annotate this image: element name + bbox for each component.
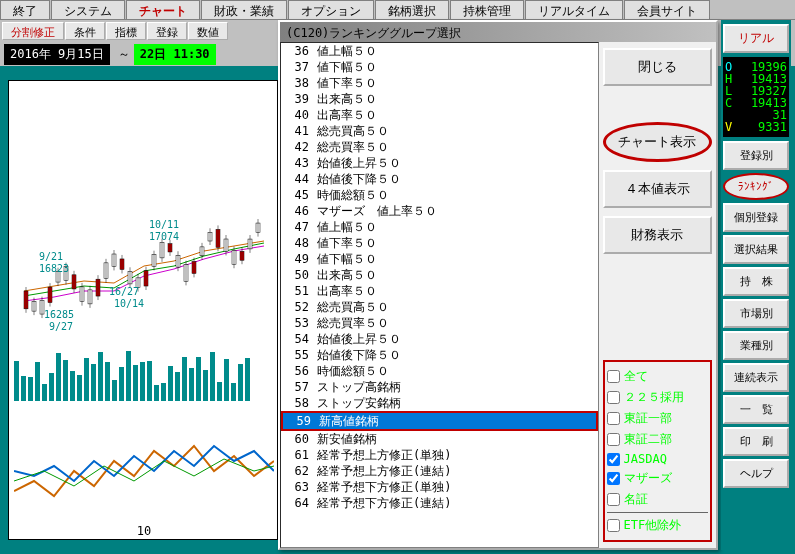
filter-etf[interactable]: ETF他除外 bbox=[607, 512, 708, 536]
list-item-54[interactable]: 54始値後上昇５０ bbox=[281, 331, 598, 347]
list-item-60[interactable]: 60新安値銘柄 bbox=[281, 431, 598, 447]
quote-box: O19396H19413L19327C1941331V9331 bbox=[723, 57, 789, 137]
financial-button[interactable]: 財務表示 bbox=[603, 216, 712, 254]
list-item-57[interactable]: 57ストップ高銘柄 bbox=[281, 379, 598, 395]
chart-label: 17074 bbox=[149, 231, 179, 242]
filter-2[interactable]: 東証一部 bbox=[607, 408, 708, 429]
oscillator-chart: 10 bbox=[14, 421, 274, 521]
chart-display-button[interactable]: チャート表示 bbox=[603, 122, 712, 162]
side-btn-2[interactable]: 個別登録 bbox=[723, 203, 789, 232]
filter-3[interactable]: 東証二部 bbox=[607, 429, 708, 450]
sub-tab-2[interactable]: 指標 bbox=[106, 22, 146, 40]
ranking-list[interactable]: 36値上幅５０37値下幅５０38値下率５０39出来高５０40出高率５０41総売買… bbox=[280, 42, 599, 548]
list-item-64[interactable]: 64経常予想下方修正(連結) bbox=[281, 495, 598, 511]
list-item-47[interactable]: 47値上幅５０ bbox=[281, 219, 598, 235]
top-tab-1[interactable]: システム bbox=[51, 0, 125, 19]
x-axis-label: 10 bbox=[14, 524, 274, 538]
list-item-39[interactable]: 39出来高５０ bbox=[281, 91, 598, 107]
date-from[interactable]: 2016年 9月15日 bbox=[4, 44, 110, 65]
side-btn-4[interactable]: 持 株 bbox=[723, 267, 789, 296]
top-tab-5[interactable]: 銘柄選択 bbox=[375, 0, 449, 19]
side-btn-8[interactable]: 一 覧 bbox=[723, 395, 789, 424]
side-btn-9[interactable]: 印 刷 bbox=[723, 427, 789, 456]
quote-row: V9331 bbox=[725, 121, 787, 133]
filter-0[interactable]: 全て bbox=[607, 366, 708, 387]
side-btn-5[interactable]: 市場別 bbox=[723, 299, 789, 328]
top-tab-2[interactable]: チャート bbox=[126, 0, 200, 19]
list-item-63[interactable]: 63経常予想下方修正(単独) bbox=[281, 479, 598, 495]
list-item-62[interactable]: 62経常予想上方修正(連結) bbox=[281, 463, 598, 479]
side-btn-3[interactable]: 選択結果 bbox=[723, 235, 789, 264]
top-tab-4[interactable]: オプション bbox=[288, 0, 374, 19]
list-item-61[interactable]: 61経常予想上方修正(単独) bbox=[281, 447, 598, 463]
list-item-49[interactable]: 49値下幅５０ bbox=[281, 251, 598, 267]
top-tab-0[interactable]: 終了 bbox=[0, 0, 50, 19]
list-item-45[interactable]: 45時価総額５０ bbox=[281, 187, 598, 203]
top-tab-6[interactable]: 持株管理 bbox=[450, 0, 524, 19]
chart-label: 9/27 bbox=[49, 321, 73, 332]
side-btn-6[interactable]: 業種別 bbox=[723, 331, 789, 360]
chart-label: 16/27 bbox=[109, 286, 139, 297]
sub-tab-4[interactable]: 数値 bbox=[188, 22, 228, 40]
filter-5[interactable]: マザーズ bbox=[607, 468, 708, 489]
list-item-36[interactable]: 36値上幅５０ bbox=[281, 43, 598, 59]
right-panel: リアル O19396H19413L19327C1941331V9331 登録別ﾗ… bbox=[721, 20, 791, 550]
filter-6[interactable]: 名証 bbox=[607, 489, 708, 510]
list-item-48[interactable]: 48値下率５０ bbox=[281, 235, 598, 251]
list-item-38[interactable]: 38値下率５０ bbox=[281, 75, 598, 91]
top-tab-7[interactable]: リアルタイム bbox=[525, 0, 623, 19]
side-btn-10[interactable]: ヘルプ bbox=[723, 459, 789, 488]
list-item-59[interactable]: 59新高値銘柄 bbox=[281, 411, 598, 431]
list-item-42[interactable]: 42総売買率５０ bbox=[281, 139, 598, 155]
list-item-44[interactable]: 44始値後下降５０ bbox=[281, 171, 598, 187]
list-item-55[interactable]: 55始値後下降５０ bbox=[281, 347, 598, 363]
list-item-52[interactable]: 52総売買高５０ bbox=[281, 299, 598, 315]
sub-tab-1[interactable]: 条件 bbox=[65, 22, 105, 40]
tilde: ～ bbox=[118, 46, 130, 63]
chart-panel: 9/211682310/111707416/2710/14162859/27 1… bbox=[8, 80, 278, 540]
volume-chart bbox=[14, 351, 274, 411]
dialog-title: (C120)ランキンググループ選択 bbox=[280, 22, 716, 42]
list-item-40[interactable]: 40出高率５０ bbox=[281, 107, 598, 123]
filter-box: 全て２２５採用東証一部東証二部JASDAQマザーズ名証ETF他除外 bbox=[603, 360, 712, 542]
list-item-58[interactable]: 58ストップ安銘柄 bbox=[281, 395, 598, 411]
chart-label: 16285 bbox=[44, 309, 74, 320]
ranking-dialog: (C120)ランキンググループ選択 36値上幅５０37値下幅５０38値下率５０3… bbox=[278, 20, 718, 550]
top-tab-8[interactable]: 会員サイト bbox=[624, 0, 710, 19]
four-value-button[interactable]: ４本値表示 bbox=[603, 170, 712, 208]
chart-label: 9/21 bbox=[39, 251, 63, 262]
real-button[interactable]: リアル bbox=[723, 24, 789, 53]
sub-tab-3[interactable]: 登録 bbox=[147, 22, 187, 40]
list-item-56[interactable]: 56時価総額５０ bbox=[281, 363, 598, 379]
side-btn-1[interactable]: ﾗﾝｷﾝｸﾞ bbox=[723, 173, 789, 200]
list-item-41[interactable]: 41総売買高５０ bbox=[281, 123, 598, 139]
close-button[interactable]: 閉じる bbox=[603, 48, 712, 86]
filter-4[interactable]: JASDAQ bbox=[607, 450, 708, 468]
list-item-46[interactable]: 46マザーズ 値上率５０ bbox=[281, 203, 598, 219]
top-tab-3[interactable]: 財政・業績 bbox=[201, 0, 287, 19]
chart-label: 10/14 bbox=[114, 298, 144, 309]
sub-tab-0[interactable]: 分割修正 bbox=[2, 22, 64, 40]
chart-label: 10/11 bbox=[149, 219, 179, 230]
candle-chart[interactable]: 9/211682310/111707416/2710/14162859/27 bbox=[14, 91, 274, 341]
date-to[interactable]: 22日 11:30 bbox=[134, 44, 216, 65]
list-item-51[interactable]: 51出高率５０ bbox=[281, 283, 598, 299]
side-btn-7[interactable]: 連続表示 bbox=[723, 363, 789, 392]
list-item-50[interactable]: 50出来高５０ bbox=[281, 267, 598, 283]
list-item-53[interactable]: 53総売買率５０ bbox=[281, 315, 598, 331]
chart-label: 16823 bbox=[39, 263, 69, 274]
list-item-37[interactable]: 37値下幅５０ bbox=[281, 59, 598, 75]
list-item-43[interactable]: 43始値後上昇５０ bbox=[281, 155, 598, 171]
filter-1[interactable]: ２２５採用 bbox=[607, 387, 708, 408]
side-btn-0[interactable]: 登録別 bbox=[723, 141, 789, 170]
